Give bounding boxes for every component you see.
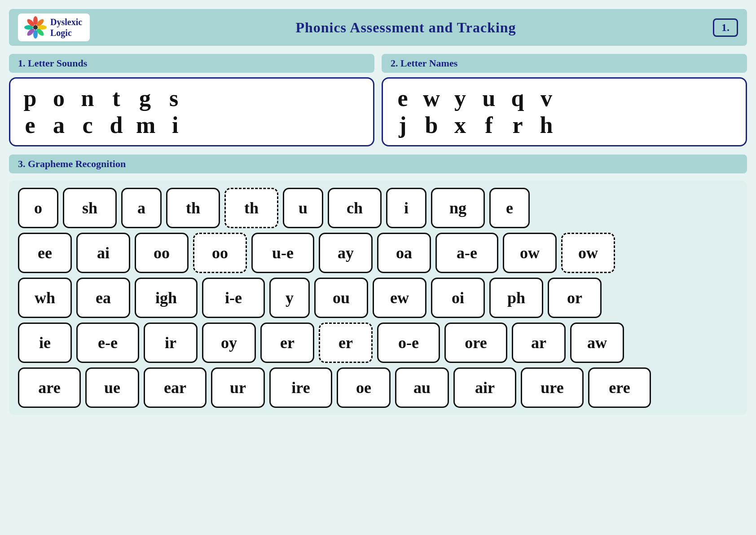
- g-ere: ere: [588, 367, 651, 408]
- section3-header: 3. Grapheme Recognition: [9, 155, 747, 173]
- g-th2: th: [224, 188, 278, 228]
- letter-names-row1: e w y u q v: [394, 87, 735, 110]
- g-air: air: [453, 367, 516, 408]
- ln-e: e: [394, 87, 412, 110]
- g-ch: ch: [328, 188, 382, 228]
- g-y: y: [269, 278, 310, 318]
- grapheme-row-2: wh ea igh i-e y ou ew oi ph or: [18, 278, 738, 318]
- g-oy: oy: [202, 323, 256, 363]
- ln-x: x: [451, 114, 469, 137]
- g-ie: ie: [18, 323, 72, 363]
- g-ew: ew: [373, 278, 426, 318]
- ls-g: g: [136, 87, 154, 110]
- ls-s: s: [165, 87, 183, 110]
- ln-u: u: [480, 87, 498, 110]
- ln-w: w: [422, 87, 440, 110]
- g-oo2: oo: [193, 233, 247, 273]
- g-ea: ea: [76, 278, 130, 318]
- grapheme-row-4: are ue ear ur ire oe au air ure ere: [18, 367, 738, 408]
- g-au: au: [395, 367, 449, 408]
- g-or: or: [548, 278, 602, 318]
- g-ng: ng: [431, 188, 485, 228]
- ln-y: y: [451, 87, 469, 110]
- section1-header: 1. Letter Sounds: [9, 54, 374, 73]
- g-u: u: [283, 188, 323, 228]
- section2-header: 2. Letter Names: [382, 54, 747, 73]
- ln-j: j: [394, 114, 412, 137]
- grapheme-row-1: ee ai oo oo u-e ay oa a-e ow ow: [18, 233, 738, 273]
- g-ow2: ow: [561, 233, 615, 273]
- letter-names-row2: j b x f r h: [394, 114, 735, 137]
- g-th1: th: [166, 188, 220, 228]
- g-o: o: [18, 188, 58, 228]
- ls-m: m: [136, 114, 155, 137]
- g-e-e: e-e: [76, 323, 139, 363]
- g-wh: wh: [18, 278, 72, 318]
- ls-c: c: [79, 114, 97, 137]
- g-ire: ire: [269, 367, 332, 408]
- letters-row: p o n t g s e a c d m i e w y u q v j b …: [9, 77, 747, 146]
- ln-v: v: [537, 87, 555, 110]
- logo-text: Dyslexic Logic: [50, 17, 82, 38]
- logo-area: Dyslexic Logic: [18, 13, 90, 41]
- grapheme-grid: o sh a th th u ch i ng e ee ai oo oo u-e…: [9, 181, 747, 415]
- ls-o: o: [50, 87, 68, 110]
- g-ar: ar: [512, 323, 566, 363]
- g-oe: oe: [337, 367, 391, 408]
- page-header: Dyslexic Logic Phonics Assessment and Tr…: [9, 9, 747, 46]
- g-oi: oi: [431, 278, 485, 318]
- letter-sounds-row2: e a c d m i: [21, 114, 362, 137]
- dyslexic-logic-logo: [24, 16, 47, 39]
- g-aw: aw: [570, 323, 624, 363]
- g-oa: oa: [377, 233, 431, 273]
- g-er2: er: [319, 323, 373, 363]
- g-e: e: [489, 188, 530, 228]
- g-ee: ee: [18, 233, 72, 273]
- g-igh: igh: [135, 278, 198, 318]
- g-i-e: i-e: [202, 278, 265, 318]
- ls-d: d: [107, 114, 125, 137]
- g-ur: ur: [211, 367, 265, 408]
- g-a-e: a-e: [435, 233, 498, 273]
- letter-sounds-row1: p o n t g s: [21, 87, 362, 110]
- ln-r: r: [509, 114, 527, 137]
- g-sh: sh: [63, 188, 117, 228]
- g-ph: ph: [489, 278, 543, 318]
- letter-sounds-box: p o n t g s e a c d m i: [9, 77, 374, 146]
- g-ear: ear: [144, 367, 207, 408]
- g-ue: ue: [85, 367, 139, 408]
- ls-i: i: [166, 114, 184, 137]
- ln-q: q: [509, 87, 527, 110]
- g-are: are: [18, 367, 81, 408]
- ls-a: a: [50, 114, 68, 137]
- g-ow1: ow: [503, 233, 557, 273]
- grapheme-row-0: o sh a th th u ch i ng e: [18, 188, 738, 228]
- g-ai: ai: [76, 233, 130, 273]
- g-er1: er: [260, 323, 314, 363]
- ln-f: f: [480, 114, 498, 137]
- ln-b: b: [422, 114, 440, 137]
- g-ure: ure: [521, 367, 584, 408]
- g-oo1: oo: [135, 233, 189, 273]
- g-ir: ir: [144, 323, 198, 363]
- grapheme-row-3: ie e-e ir oy er er o-e ore ar aw: [18, 323, 738, 363]
- g-u-e: u-e: [251, 233, 314, 273]
- g-o-e: o-e: [377, 323, 440, 363]
- section-headers-row: 1. Letter Sounds 2. Letter Names: [9, 54, 747, 73]
- letter-names-box: e w y u q v j b x f r h: [382, 77, 747, 146]
- g-a: a: [121, 188, 162, 228]
- page-number: 1.: [713, 18, 738, 37]
- ls-p: p: [21, 87, 39, 110]
- svg-point-9: [33, 25, 38, 30]
- g-ou: ou: [314, 278, 368, 318]
- ls-e: e: [21, 114, 39, 137]
- g-ay: ay: [319, 233, 373, 273]
- g-i: i: [386, 188, 426, 228]
- ln-h: h: [537, 114, 555, 137]
- g-ore: ore: [444, 323, 507, 363]
- page-title: Phonics Assessment and Tracking: [99, 19, 713, 36]
- ls-n: n: [79, 87, 97, 110]
- ls-t: t: [107, 87, 125, 110]
